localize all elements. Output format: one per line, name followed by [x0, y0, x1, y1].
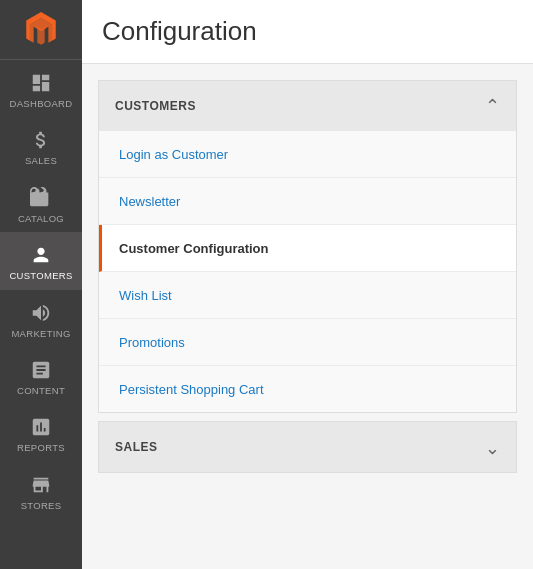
sidebar-content-label: CONTENT [17, 385, 65, 396]
accordion-customers-title: CUSTOMERS [115, 99, 196, 113]
sidebar-item-sales[interactable]: SALES [0, 117, 82, 174]
persistent-shopping-cart-link[interactable]: Persistent Shopping Cart [119, 382, 264, 397]
sidebar: DASHBOARD SALES CATALOG CUSTOMERS MARKET… [0, 0, 82, 569]
sidebar-sales-label: SALES [25, 155, 57, 166]
list-item[interactable]: Login as Customer [99, 131, 516, 178]
sidebar-item-marketing[interactable]: MARKETING [0, 290, 82, 347]
sidebar-item-dashboard[interactable]: DASHBOARD [0, 60, 82, 117]
list-item[interactable]: Persistent Shopping Cart [99, 366, 516, 412]
reports-icon [30, 416, 52, 438]
stores-icon [30, 474, 52, 496]
sidebar-logo [0, 0, 82, 60]
customers-icon [30, 244, 52, 266]
sidebar-dashboard-label: DASHBOARD [10, 98, 73, 109]
sidebar-reports-label: REPORTS [17, 442, 65, 453]
content-area: CUSTOMERS ⌃ Login as Customer Newsletter… [82, 64, 533, 489]
list-item[interactable]: Wish List [99, 272, 516, 319]
newsletter-link[interactable]: Newsletter [119, 194, 180, 209]
wish-list-link[interactable]: Wish List [119, 288, 172, 303]
sidebar-item-content[interactable]: CONTENT [0, 347, 82, 404]
sidebar-customers-label: CUSTOMERS [9, 270, 72, 281]
main-content: Configuration CUSTOMERS ⌃ Login as Custo… [82, 0, 533, 569]
promotions-link[interactable]: Promotions [119, 335, 185, 350]
accordion-sales-title: SALES [115, 440, 158, 454]
sidebar-item-catalog[interactable]: CATALOG [0, 175, 82, 232]
sidebar-marketing-label: MARKETING [11, 328, 70, 339]
marketing-icon [30, 302, 52, 324]
accordion-sales: SALES ⌃ [98, 421, 517, 473]
list-item[interactable]: Newsletter [99, 178, 516, 225]
sidebar-item-stores[interactable]: STORES [0, 462, 82, 519]
accordion-customers-body: Login as Customer Newsletter Customer Co… [99, 131, 516, 412]
list-item[interactable]: Promotions [99, 319, 516, 366]
sidebar-stores-label: STORES [21, 500, 62, 511]
customer-configuration-link[interactable]: Customer Configuration [119, 241, 269, 256]
dashboard-icon [30, 72, 52, 94]
accordion-customers-chevron-icon: ⌃ [485, 95, 500, 117]
sidebar-item-reports[interactable]: REPORTS [0, 404, 82, 461]
sidebar-catalog-label: CATALOG [18, 213, 64, 224]
content-icon [30, 359, 52, 381]
magento-logo-icon [23, 12, 59, 48]
sales-icon [30, 129, 52, 151]
accordion-customers-header[interactable]: CUSTOMERS ⌃ [99, 81, 516, 131]
page-header: Configuration [82, 0, 533, 64]
page-title: Configuration [102, 16, 513, 47]
accordion-sales-header[interactable]: SALES ⌃ [99, 422, 516, 472]
accordion-sales-chevron-icon: ⌃ [485, 436, 500, 458]
login-as-customer-link[interactable]: Login as Customer [119, 147, 228, 162]
accordion-customers: CUSTOMERS ⌃ Login as Customer Newsletter… [98, 80, 517, 413]
sidebar-item-customers[interactable]: CUSTOMERS [0, 232, 82, 289]
list-item[interactable]: Customer Configuration [99, 225, 516, 272]
catalog-icon [30, 187, 52, 209]
